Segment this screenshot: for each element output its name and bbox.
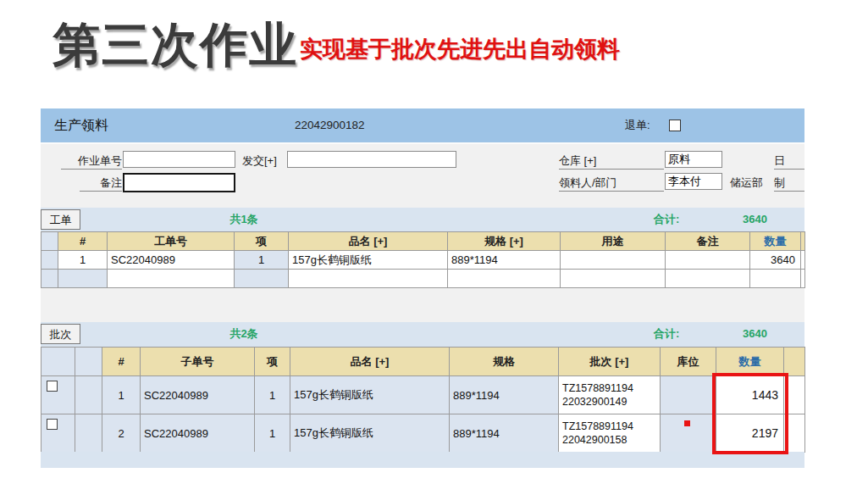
row-gutter[interactable] [41,270,58,288]
cell-batch[interactable]: TZ1578891194 22032900149 [559,376,661,414]
col-header-product[interactable]: 品名 [+] [290,348,450,376]
batch-line-2: 22032900149 [562,395,656,409]
col-header-spec[interactable]: 规格 [+] [448,232,561,251]
batch-row[interactable]: 1 SC22040989 1 157g长鹤铜版纸 889*1194 TZ1578… [41,376,805,414]
row-gutter [41,376,75,414]
panel-header-bar: 生产领料 22042900182 退单: [41,108,804,144]
picker-label: 领料人/部门 [559,175,664,192]
row-gutter[interactable] [41,251,58,270]
maker-label-truncated: 制 [774,175,804,192]
col-header-qty[interactable]: 数量 [716,348,784,376]
cell-spec[interactable]: 889*1194 [448,251,561,270]
cell-workorder-no[interactable] [108,270,235,288]
col-header-cut [801,232,805,251]
row-gutter2 [75,376,102,414]
batch-gutter-header2 [75,348,102,376]
cell-location[interactable] [661,376,716,414]
cell-qty[interactable]: 2197 [716,414,784,453]
cell-index: 2 [102,414,141,453]
cell-spec[interactable]: 889*1194 [450,376,559,414]
job-order-label: 作业单号 [61,153,122,170]
col-header-item[interactable]: 项 [255,348,290,376]
picker-input[interactable] [665,173,722,190]
col-header-usage[interactable]: 用途 [561,232,666,251]
col-header-index[interactable]: # [58,232,108,251]
col-header-item[interactable]: 项 [235,232,289,251]
workorder-total-value: 3640 [699,208,767,231]
workorder-table: # 工单号 项 品名 [+] 规格 [+] 用途 备注 数量 1 SC22040… [41,231,805,288]
remark-input[interactable] [123,173,235,192]
cell-index: 1 [58,251,108,270]
col-header-cut [784,348,805,376]
cell-qty[interactable] [750,270,801,288]
col-header-qty[interactable]: 数量 [750,232,801,251]
cell-spec[interactable] [448,270,561,288]
document-number: 22042900182 [295,108,365,142]
workorder-empty-row[interactable] [41,270,805,288]
cell-usage[interactable] [561,270,666,288]
col-header-index[interactable]: # [102,348,141,376]
slide-title-block: 第三次作业 实现基于批次先进先出自动领料 [53,19,620,71]
batch-table: # 子单号 项 品名 [+] 规格 批次 [+] 库位 数量 1 SC22040… [41,347,805,453]
cell-cut [784,414,805,453]
tab-workorder[interactable]: 工单 [41,209,80,230]
warehouse-input[interactable] [665,151,722,168]
cell-index: 1 [102,376,141,414]
workorder-header-row: # 工单号 项 品名 [+] 规格 [+] 用途 备注 数量 [41,232,805,251]
slide-title: 第三次作业 [53,19,298,71]
red-dot-marker [684,420,690,426]
return-order-label: 退单: [625,108,650,142]
cell-item: 1 [255,376,290,414]
deliver-input[interactable] [287,151,456,168]
picker-department: 储运部 [730,175,763,192]
batch-row[interactable]: 2 SC22040989 1 157g长鹤铜版纸 889*1194 TZ1578… [41,414,805,453]
cell-spec[interactable]: 889*1194 [450,414,559,453]
cell-cut [784,376,805,414]
job-order-input[interactable] [123,151,235,168]
col-header-workorder-no[interactable]: 工单号 [108,232,235,251]
cell-qty[interactable]: 1443 [716,376,784,414]
cell-product[interactable]: 157g长鹤铜版纸 [290,414,450,453]
batch-total-label: 合计: [654,322,679,346]
workorder-section-bar: 工单 共1条 合计: 3640 [41,208,804,231]
col-header-product[interactable]: 品名 [+] [289,232,448,251]
remark-label: 备注 [80,175,122,192]
col-header-spec[interactable]: 规格 [450,348,559,376]
cell-qty[interactable]: 3640 [750,251,801,270]
batch-line-1: TZ1578891194 [562,381,656,395]
col-header-batch[interactable]: 批次 [+] [559,348,661,376]
batch-line-1: TZ1578891194 [562,420,656,433]
col-header-remark[interactable]: 备注 [666,232,750,251]
col-header-location[interactable]: 库位 [661,348,716,376]
batch-count: 共2条 [159,322,329,346]
tab-batch[interactable]: 批次 [41,324,80,344]
cell-product[interactable]: 157g长鹤铜版纸 [289,251,448,270]
cell-suborder-no[interactable]: SC22040989 [141,414,255,453]
cell-item: 1 [235,251,289,270]
row-gutter2 [75,414,102,453]
col-header-suborder-no[interactable]: 子单号 [141,348,255,376]
batch-header-row: # 子单号 项 品名 [+] 规格 批次 [+] 库位 数量 [41,348,805,376]
cell-remark[interactable] [666,251,750,270]
row-checkbox[interactable] [47,381,58,392]
workorder-row[interactable]: 1 SC22040989 1 157g长鹤铜版纸 889*1194 3640 [41,251,805,270]
workorder-gutter-header [41,232,58,251]
cell-remark[interactable] [666,270,750,288]
cell-cut [801,270,805,288]
cell-item: 1 [255,414,290,453]
workorder-count: 共1条 [159,208,329,231]
panel-bottom-strip [41,452,804,468]
batch-section-bar: 批次 共2条 合计: 3640 [41,322,804,347]
return-order-checkbox[interactable] [669,120,681,131]
cell-product[interactable] [289,270,448,288]
cell-product[interactable]: 157g长鹤铜版纸 [290,376,450,414]
cell-suborder-no[interactable]: SC22040989 [141,376,255,414]
row-checkbox[interactable] [47,419,58,430]
cell-workorder-no[interactable]: SC22040989 [108,251,235,270]
warehouse-label: 仓库 [+] [559,153,664,170]
cell-index [58,270,108,288]
cell-usage[interactable] [561,251,666,270]
cell-item [235,270,289,288]
cell-batch[interactable]: TZ1578891194 22042900158 [559,414,661,453]
deliver-label: 发交[+] [242,153,285,170]
